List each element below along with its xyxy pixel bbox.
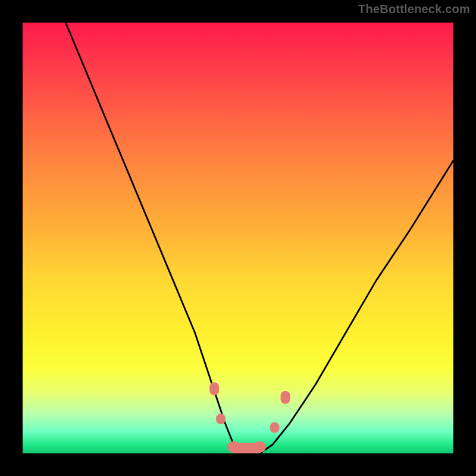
marker-dot <box>240 443 253 453</box>
marker-dot <box>209 382 219 395</box>
marker-dot <box>270 422 280 433</box>
watermark-text: TheBottleneck.com <box>358 2 470 16</box>
marker-dot <box>227 441 240 452</box>
chart-svg <box>23 23 453 453</box>
line-series <box>65 23 453 453</box>
outer-frame: TheBottleneck.com <box>0 0 476 476</box>
marker-dot <box>253 441 266 452</box>
curve-path <box>65 23 453 453</box>
marker-dot <box>281 391 290 404</box>
plot-area <box>23 23 453 453</box>
marker-cluster <box>209 382 290 453</box>
marker-dot <box>216 414 226 424</box>
